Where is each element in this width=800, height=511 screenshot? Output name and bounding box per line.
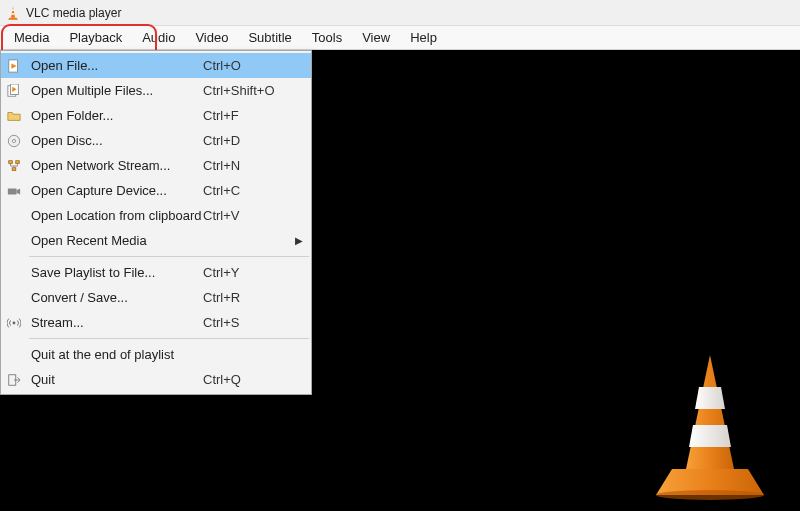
menu-item-shortcut: Ctrl+F bbox=[203, 108, 295, 123]
menu-item-quit-end[interactable]: Quit at the end of playlist bbox=[1, 342, 311, 367]
menu-item-open-file[interactable]: Open File... Ctrl+O bbox=[1, 53, 311, 78]
svg-marker-0 bbox=[11, 6, 15, 17]
media-dropdown: Open File... Ctrl+O Open Multiple Files.… bbox=[0, 50, 312, 395]
menu-item-shortcut: Ctrl+S bbox=[203, 315, 295, 330]
submenu-arrow-icon: ▶ bbox=[295, 235, 311, 246]
menu-item-label: Open File... bbox=[27, 58, 203, 73]
menu-item-shortcut: Ctrl+O bbox=[203, 58, 295, 73]
menu-item-open-multiple[interactable]: Open Multiple Files... Ctrl+Shift+O bbox=[1, 78, 311, 103]
menu-playback[interactable]: Playback bbox=[59, 27, 132, 48]
menu-item-label: Quit at the end of playlist bbox=[27, 347, 203, 362]
menu-item-open-clipboard[interactable]: Open Location from clipboard Ctrl+V bbox=[1, 203, 311, 228]
svg-point-22 bbox=[656, 490, 764, 500]
menu-audio[interactable]: Audio bbox=[132, 27, 185, 48]
svg-marker-3 bbox=[8, 17, 18, 19]
menu-item-shortcut: Ctrl+R bbox=[203, 290, 295, 305]
menu-item-shortcut: Ctrl+C bbox=[203, 183, 295, 198]
vlc-cone-icon bbox=[6, 6, 20, 20]
svg-rect-2 bbox=[11, 13, 15, 14]
menu-item-shortcut: Ctrl+Y bbox=[203, 265, 295, 280]
menu-item-shortcut: Ctrl+Shift+O bbox=[203, 83, 295, 98]
menu-item-label: Open Disc... bbox=[27, 133, 203, 148]
svg-rect-1 bbox=[12, 9, 15, 10]
svg-marker-18 bbox=[686, 355, 734, 469]
menu-item-label: Stream... bbox=[27, 315, 203, 330]
svg-marker-20 bbox=[689, 425, 731, 447]
menu-item-label: Open Capture Device... bbox=[27, 183, 203, 198]
menu-separator bbox=[29, 256, 309, 257]
menu-item-open-capture[interactable]: Open Capture Device... Ctrl+C bbox=[1, 178, 311, 203]
menu-item-shortcut: Ctrl+N bbox=[203, 158, 295, 173]
menu-item-label: Open Location from clipboard bbox=[27, 208, 203, 223]
menu-tools[interactable]: Tools bbox=[302, 27, 352, 48]
menu-item-stream[interactable]: Stream... Ctrl+S bbox=[1, 310, 311, 335]
menu-item-label: Open Folder... bbox=[27, 108, 203, 123]
menu-item-label: Save Playlist to File... bbox=[27, 265, 203, 280]
menu-item-label: Convert / Save... bbox=[27, 290, 203, 305]
disc-icon bbox=[7, 134, 21, 148]
menu-media[interactable]: Media bbox=[4, 27, 59, 48]
menu-item-quit[interactable]: Quit Ctrl+Q bbox=[1, 367, 311, 392]
menu-video[interactable]: Video bbox=[185, 27, 238, 48]
menu-item-label: Open Recent Media bbox=[27, 233, 203, 248]
svg-point-16 bbox=[13, 321, 16, 324]
menu-item-open-recent[interactable]: Open Recent Media ▶ bbox=[1, 228, 311, 253]
menu-item-convert-save[interactable]: Convert / Save... Ctrl+R bbox=[1, 285, 311, 310]
vlc-window: VLC media player Media Playback Audio Vi… bbox=[0, 0, 800, 511]
network-icon bbox=[7, 159, 21, 173]
menu-item-open-folder[interactable]: Open Folder... Ctrl+F bbox=[1, 103, 311, 128]
svg-point-10 bbox=[12, 139, 15, 142]
menu-item-shortcut: Ctrl+V bbox=[203, 208, 295, 223]
menu-item-shortcut: Ctrl+D bbox=[203, 133, 295, 148]
svg-rect-14 bbox=[8, 188, 17, 194]
files-play-icon bbox=[7, 84, 21, 98]
menu-subtitle[interactable]: Subtitle bbox=[238, 27, 301, 48]
menu-help[interactable]: Help bbox=[400, 27, 447, 48]
titlebar: VLC media player bbox=[0, 0, 800, 26]
file-play-icon bbox=[7, 59, 21, 73]
stream-icon bbox=[7, 316, 21, 330]
window-title: VLC media player bbox=[26, 6, 121, 20]
menu-item-label: Open Multiple Files... bbox=[27, 83, 203, 98]
svg-rect-11 bbox=[9, 160, 13, 163]
svg-rect-12 bbox=[16, 160, 20, 163]
menu-view[interactable]: View bbox=[352, 27, 400, 48]
svg-rect-13 bbox=[12, 167, 16, 170]
menu-item-open-disc[interactable]: Open Disc... Ctrl+D bbox=[1, 128, 311, 153]
menu-item-label: Quit bbox=[27, 372, 203, 387]
svg-marker-19 bbox=[695, 387, 725, 409]
folder-icon bbox=[7, 109, 21, 123]
capture-icon bbox=[7, 184, 21, 198]
menu-separator bbox=[29, 338, 309, 339]
menubar: Media Playback Audio Video Subtitle Tool… bbox=[0, 26, 800, 50]
menu-item-save-playlist[interactable]: Save Playlist to File... Ctrl+Y bbox=[1, 260, 311, 285]
svg-marker-15 bbox=[17, 188, 21, 194]
vlc-cone-logo bbox=[650, 351, 770, 501]
menu-item-shortcut: Ctrl+Q bbox=[203, 372, 295, 387]
menu-item-open-network[interactable]: Open Network Stream... Ctrl+N bbox=[1, 153, 311, 178]
menu-item-label: Open Network Stream... bbox=[27, 158, 203, 173]
quit-icon bbox=[7, 373, 21, 387]
